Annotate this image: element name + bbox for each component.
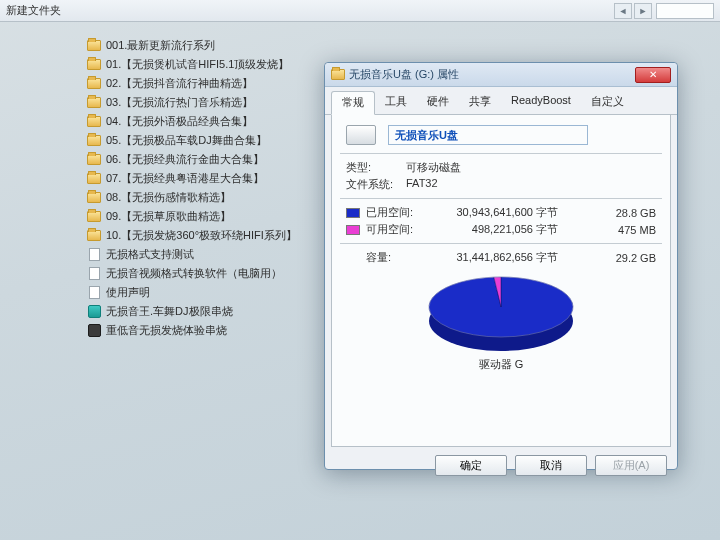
- apply-button[interactable]: 应用(A): [595, 455, 667, 476]
- file-icon: [86, 266, 102, 280]
- tree-item-label: 07.【无损经典粤语港星大合集】: [106, 171, 264, 186]
- tree-item-label: 无损音视频格式转换软件（电脑用）: [106, 266, 282, 281]
- tab-1[interactable]: 工具: [375, 91, 417, 114]
- dialog-titlebar[interactable]: 无损音乐U盘 (G:) 属性 ✕: [325, 63, 677, 87]
- folder-icon: [86, 95, 102, 109]
- dark-icon: [86, 323, 102, 337]
- tree-item-label: 05.【无损极品车载DJ舞曲合集】: [106, 133, 267, 148]
- tree-item-label: 重低音无损发烧体验串烧: [106, 323, 227, 338]
- folder-icon: [86, 57, 102, 71]
- free-label: 可用空间:: [366, 222, 422, 237]
- ok-button[interactable]: 确定: [435, 455, 507, 476]
- drive-icon: [331, 69, 345, 80]
- tree-item-label: 使用声明: [106, 285, 150, 300]
- fs-label: 文件系统:: [346, 177, 406, 192]
- drive-type-icon: [346, 125, 376, 145]
- type-label: 类型:: [346, 160, 406, 175]
- file-icon: [86, 247, 102, 261]
- drive-name-input[interactable]: 无损音乐U盘: [388, 125, 588, 145]
- tree-item-label: 06.【无损经典流行金曲大合集】: [106, 152, 264, 167]
- tree-item-label: 01.【无损煲机试音HIFI5.1顶级发烧】: [106, 57, 289, 72]
- tab-0[interactable]: 常规: [331, 91, 375, 115]
- tree-item-label: 02.【无损抖音流行神曲精选】: [106, 76, 253, 91]
- explorer-titlebar: 新建文件夹 ◄ ►: [0, 0, 720, 22]
- folder-icon: [86, 76, 102, 90]
- tab-3[interactable]: 共享: [459, 91, 501, 114]
- tree-item-label: 03.【无损流行热门音乐精选】: [106, 95, 253, 110]
- free-human: 475 MB: [600, 224, 656, 236]
- drive-letter-label: 驱动器 G: [346, 357, 656, 372]
- tab-2[interactable]: 硬件: [417, 91, 459, 114]
- fs-value: FAT32: [406, 177, 438, 192]
- dialog-tabs: 常规工具硬件共享ReadyBoost自定义: [325, 87, 677, 115]
- cap-label: 容量:: [366, 250, 422, 265]
- usage-pie-chart: [416, 269, 586, 355]
- folder-icon: [86, 114, 102, 128]
- folder-icon: [86, 133, 102, 147]
- tree-item-label: 001.最新更新流行系列: [106, 38, 215, 53]
- tree-item-label: 08.【无损伤感情歌精选】: [106, 190, 231, 205]
- tree-item-label: 04.【无损外语极品经典合集】: [106, 114, 253, 129]
- cap-bytes: 31,441,862,656 字节: [422, 250, 558, 265]
- tree-item-label: 无损音王.车舞DJ极限串烧: [106, 304, 233, 319]
- tree-item-label: 无损格式支持测试: [106, 247, 194, 262]
- dialog-title: 无损音乐U盘 (G:) 属性: [349, 67, 459, 82]
- folder-icon: [86, 228, 102, 242]
- nav-fwd-button[interactable]: ►: [634, 3, 652, 19]
- folder-icon: [86, 190, 102, 204]
- tree-item[interactable]: 001.最新更新流行系列: [86, 36, 720, 54]
- tab-5[interactable]: 自定义: [581, 91, 634, 114]
- file-icon: [86, 285, 102, 299]
- free-bytes: 498,221,056 字节: [422, 222, 558, 237]
- drive-properties-dialog: 无损音乐U盘 (G:) 属性 ✕ 常规工具硬件共享ReadyBoost自定义 无…: [324, 62, 678, 470]
- used-bytes: 30,943,641,600 字节: [422, 205, 558, 220]
- used-label: 已用空间:: [366, 205, 422, 220]
- folder-icon: [86, 171, 102, 185]
- nav-back-button[interactable]: ◄: [614, 3, 632, 19]
- tab-panel-general: 无损音乐U盘 类型:可移动磁盘 文件系统:FAT32 已用空间: 30,943,…: [331, 115, 671, 447]
- folder-icon: [86, 152, 102, 166]
- folder-icon: [86, 38, 102, 52]
- app-icon: [86, 304, 102, 318]
- type-value: 可移动磁盘: [406, 160, 461, 175]
- used-swatch: [346, 208, 360, 218]
- explorer-title: 新建文件夹: [6, 3, 61, 18]
- close-button[interactable]: ✕: [635, 67, 671, 83]
- cap-human: 29.2 GB: [600, 252, 656, 264]
- tree-item-label: 10.【无损发烧360°极致环绕HIFI系列】: [106, 228, 297, 243]
- folder-icon: [86, 209, 102, 223]
- tab-4[interactable]: ReadyBoost: [501, 91, 581, 114]
- search-input[interactable]: [656, 3, 714, 19]
- free-swatch: [346, 225, 360, 235]
- cancel-button[interactable]: 取消: [515, 455, 587, 476]
- used-human: 28.8 GB: [600, 207, 656, 219]
- tree-item-label: 09.【无损草原歌曲精选】: [106, 209, 231, 224]
